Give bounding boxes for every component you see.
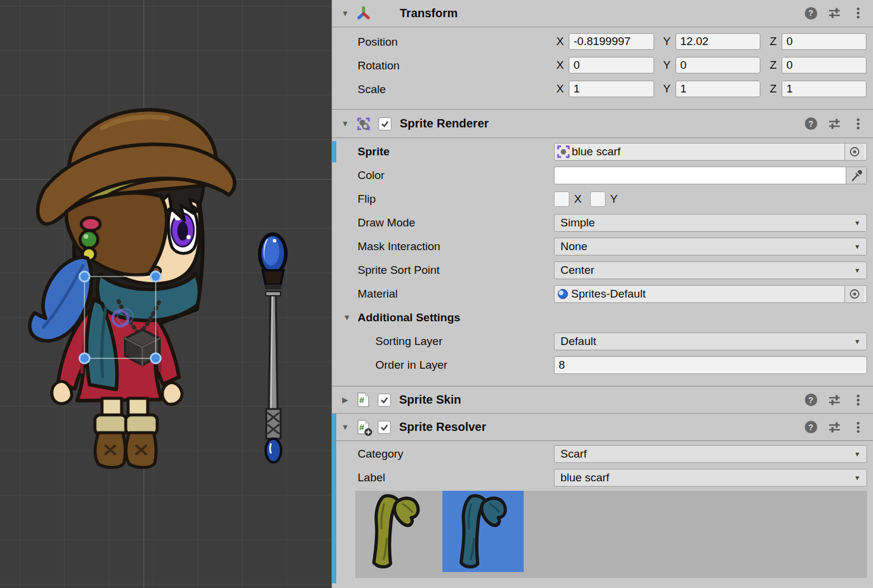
section-label: Additional Settings	[358, 309, 460, 327]
field-label: Sprite	[358, 143, 390, 161]
menu-kebab-icon[interactable]	[846, 394, 870, 407]
axis-y-label: Y	[663, 33, 671, 50]
foldout-icon[interactable]: ▼	[340, 423, 350, 432]
foldout-icon[interactable]: ▼	[340, 119, 350, 128]
menu-kebab-icon[interactable]	[846, 421, 870, 434]
help-icon[interactable]: ?	[799, 394, 823, 406]
order-in-layer-field[interactable]: 8	[554, 356, 867, 374]
presets-icon[interactable]	[823, 117, 846, 130]
rotation-z-field[interactable]: 0	[782, 57, 866, 74]
sprite-renderer-icon	[356, 116, 371, 132]
foldout-icon[interactable]: ▶	[340, 395, 350, 404]
rotation-row: Rotation X 0 Y 0 Z 0	[332, 57, 873, 75]
right-hand	[163, 383, 182, 404]
sprite-variant-strip	[355, 491, 867, 578]
field-label: Flip	[358, 190, 376, 208]
axis-x-label: X	[556, 33, 564, 50]
transform-icon	[356, 5, 371, 21]
help-icon[interactable]: ?	[799, 421, 823, 433]
position-z-field[interactable]: 0	[782, 33, 866, 50]
component-enabled-checkbox[interactable]	[378, 117, 391, 130]
position-x-field[interactable]: -0.8199997	[569, 33, 654, 50]
flip-row: Flip X Y	[332, 190, 873, 208]
hat	[38, 110, 235, 275]
field-label: Label	[358, 469, 385, 487]
material-object-field[interactable]: Sprites-Default	[554, 285, 867, 303]
flip-y-checkbox[interactable]	[590, 191, 606, 207]
material-object-name: Sprites-Default	[571, 287, 646, 301]
object-picker-icon[interactable]	[845, 143, 864, 160]
transform-header[interactable]: ▼ Transform ?	[332, 0, 873, 26]
component-title: Sprite Renderer	[400, 117, 489, 130]
chevron-down-icon: ▼	[854, 338, 861, 345]
scale-z-field[interactable]: 1	[782, 81, 866, 97]
script-icon	[356, 392, 371, 408]
help-icon[interactable]: ?	[799, 117, 823, 130]
sprite-object-name: blue scarf	[572, 145, 620, 158]
sorting-layer-row: Sorting Layer Default▼	[332, 333, 873, 350]
field-label: Mask Interaction	[358, 238, 440, 255]
field-label: Sprite Sort Point	[358, 261, 439, 279]
character-sprite[interactable]	[30, 110, 234, 467]
staff-sprite[interactable]	[260, 234, 286, 462]
rotation-x-field[interactable]: 0	[569, 57, 654, 74]
menu-kebab-icon[interactable]	[846, 7, 870, 20]
category-dropdown[interactable]: Scarf▼	[554, 445, 867, 463]
sprite-resolver-header[interactable]: ▼ Sprite Resolver ?	[332, 414, 873, 440]
thumbnail-green-scarf[interactable]	[355, 491, 436, 572]
field-label: Rotation	[358, 57, 400, 75]
inspector-panel: # ▼ Transform ? Position	[332, 0, 873, 588]
menu-kebab-icon[interactable]	[846, 117, 870, 130]
presets-icon[interactable]	[823, 7, 846, 20]
field-label: Material	[358, 285, 398, 303]
position-y-field[interactable]: 12.02	[676, 33, 760, 50]
help-icon[interactable]: ?	[799, 7, 823, 20]
scene-canvas	[0, 0, 332, 588]
field-label: Category	[358, 445, 403, 463]
draw-mode-row: Draw Mode Simple▼	[332, 214, 873, 232]
eyedropper-icon[interactable]	[846, 167, 866, 184]
foldout-icon[interactable]: ▼	[342, 313, 352, 322]
component-enabled-checkbox[interactable]	[378, 394, 391, 407]
sprite-renderer-header[interactable]: ▼ Sprite Renderer ?	[332, 110, 873, 138]
unity-editor: # ▼ Transform ? Position	[0, 0, 873, 588]
thumbnail-blue-scarf-selected[interactable]	[442, 491, 524, 572]
position-row: Position X -0.8199997 Y 12.02 Z 0	[332, 33, 873, 51]
component-enabled-checkbox[interactable]	[378, 421, 391, 434]
axis-x-label: X	[556, 57, 564, 74]
sprite-skin-header[interactable]: ▶ Sprite Skin ?	[332, 386, 873, 413]
axis-z-label: Z	[770, 33, 777, 50]
draw-mode-dropdown[interactable]: Simple▼	[554, 214, 867, 232]
foldout-icon[interactable]: ▼	[340, 9, 350, 18]
scale-y-field[interactable]: 1	[676, 81, 760, 97]
presets-icon[interactable]	[823, 421, 846, 434]
presets-icon[interactable]	[823, 394, 846, 407]
scene-view[interactable]	[0, 0, 332, 588]
component-title: Sprite Resolver	[399, 420, 486, 434]
sprite-object-field[interactable]: blue scarf	[554, 143, 867, 161]
field-label: Draw Mode	[358, 214, 415, 232]
object-picker-icon[interactable]	[845, 286, 864, 302]
mask-interaction-dropdown[interactable]: None▼	[554, 238, 867, 255]
chevron-down-icon: ▼	[854, 243, 861, 250]
field-label: Position	[358, 33, 398, 51]
label-dropdown[interactable]: blue scarf▼	[554, 469, 867, 487]
scale-x-field[interactable]: 1	[569, 81, 654, 97]
script-plus-icon	[356, 419, 371, 435]
axis-y-label: Y	[663, 57, 671, 74]
flip-x-checkbox[interactable]	[554, 191, 569, 207]
color-swatch[interactable]	[554, 167, 867, 184]
rotation-y-field[interactable]: 0	[676, 57, 760, 74]
field-label: Sorting Layer	[375, 333, 442, 350]
sprite-sort-point-dropdown[interactable]: Center▼	[554, 261, 867, 279]
additional-settings-row[interactable]: ▼ Additional Settings	[332, 309, 873, 327]
flip-y-label: Y	[610, 193, 618, 206]
sprite-sort-point-row: Sprite Sort Point Center▼	[332, 261, 873, 279]
field-label: Scale	[358, 81, 386, 98]
axis-y-label: Y	[663, 81, 671, 97]
sorting-layer-dropdown[interactable]: Default▼	[554, 333, 867, 350]
sprite-row: Sprite blue scarf	[332, 143, 873, 161]
handle-bottom-left	[79, 353, 90, 363]
axis-z-label: Z	[770, 57, 777, 74]
axis-z-label: Z	[770, 81, 777, 97]
